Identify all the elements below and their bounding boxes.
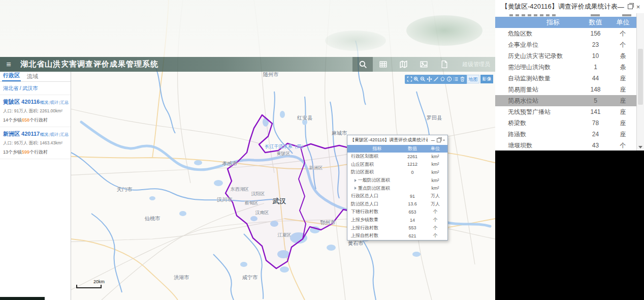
popup-title: 【黄陂区-420116】调查评价成果统计表 <box>350 137 428 143</box>
table-row[interactable]: 防治区总人口13.6万人 <box>347 200 447 208</box>
map-toolbar <box>405 75 467 84</box>
table-row[interactable]: 防治区面积0km² <box>347 168 447 176</box>
legend-icon[interactable] <box>453 75 459 84</box>
current-user[interactable]: 超级管理员 <box>462 61 490 68</box>
row-unit: 个 <box>609 141 636 150</box>
table-row[interactable]: 企事业单位23个 <box>495 39 644 50</box>
stats-panel: 【黄陂区-420116】调查评价成果统计表 — × 指标 数值 单位 危险区数1… <box>495 0 644 151</box>
taskbar-sliver <box>0 297 45 300</box>
row-label: 下辖行政村数 <box>347 208 401 215</box>
trash-icon[interactable] <box>460 75 465 84</box>
search-icon[interactable] <box>352 57 373 72</box>
row-value: 141 <box>582 108 609 115</box>
row-label: 自动监测站数量 <box>495 74 582 83</box>
row-value: 621 <box>401 233 424 238</box>
region-link-汇总[interactable]: 汇总 <box>60 100 69 105</box>
scroll-down-icon[interactable] <box>637 143 644 151</box>
row-unit: 座 <box>609 130 636 139</box>
popup-col-unit: 单位 <box>424 145 446 152</box>
table-row[interactable]: 危险区数156个 <box>495 28 644 39</box>
zoom-in-icon[interactable] <box>413 75 419 84</box>
row-value: 5 <box>582 97 609 104</box>
row-value: 78 <box>582 119 609 127</box>
row-value: 91 <box>401 194 424 199</box>
table-row[interactable]: 上报自然村数621个 <box>347 232 447 240</box>
tab-行政区[interactable]: 行政区 <box>2 72 21 81</box>
expand-triangle-icon[interactable] <box>355 179 357 182</box>
region-name-link[interactable]: 新洲区 420117 <box>3 130 40 138</box>
table-row[interactable]: 自动监测站数量44座 <box>495 73 644 84</box>
region-link-统计[interactable]: 统计 <box>50 100 58 105</box>
row-value: 0 <box>401 170 424 175</box>
select-icon[interactable] <box>440 75 445 84</box>
map-scale-bar: 20km <box>76 285 102 288</box>
basemap-button-影像[interactable]: 影像 <box>480 75 493 83</box>
table-row[interactable]: 上报乡镇数量14个 <box>347 216 447 224</box>
map-popup-dialog: 【黄陂区-420116】调查评价成果统计表 — × 指标 数值 单位 行政区划面… <box>347 135 448 241</box>
region-villages: 14个乡镇658个行政村 <box>3 117 69 124</box>
region-link-统计[interactable]: 统计 <box>50 132 58 137</box>
table-row[interactable]: 山丘区面积1212km² <box>347 161 447 169</box>
table-row[interactable]: 塘堰坝数43个 <box>495 140 644 151</box>
row-unit: 个 <box>424 225 446 231</box>
table-row[interactable]: 重点防治区面积km² <box>347 184 447 192</box>
scrollbar[interactable] <box>637 13 644 151</box>
region-link-概况[interactable]: 概况 <box>40 132 48 137</box>
link-separator: | <box>59 100 60 105</box>
restore-icon[interactable] <box>628 4 633 9</box>
table-icon[interactable] <box>373 57 393 72</box>
pan-icon[interactable] <box>427 75 432 84</box>
document-icon[interactable] <box>434 57 454 72</box>
table-row[interactable]: 需治理山洪沟数1条 <box>495 62 644 73</box>
basemap-button-地图[interactable]: 地图 <box>467 75 479 83</box>
table-row[interactable]: 上报行政村数553个 <box>347 224 447 232</box>
row-value: 1212 <box>401 162 424 167</box>
expand-triangle-icon[interactable] <box>355 187 357 190</box>
minimize-icon[interactable]: — <box>431 138 435 142</box>
row-value: 148 <box>582 86 609 93</box>
row-label: 桥梁数 <box>495 119 582 128</box>
stats-panel-titlebar[interactable]: 【黄陂区-420116】调查评价成果统计表 — × <box>495 0 644 13</box>
close-icon[interactable]: × <box>636 3 640 11</box>
row-value: 43 <box>582 142 609 149</box>
identify-icon[interactable] <box>446 75 452 84</box>
row-value: 553 <box>401 225 424 230</box>
table-row[interactable]: 无线预警广播站141座 <box>495 106 644 117</box>
row-unit: 座 <box>609 85 636 94</box>
measure-icon[interactable] <box>433 75 439 84</box>
table-row[interactable]: 路涵数24座 <box>495 129 644 140</box>
row-value: 14 <box>401 218 424 223</box>
map-icon[interactable] <box>393 57 413 72</box>
table-row[interactable]: 简易水位站5座 <box>495 95 644 106</box>
restore-icon[interactable] <box>437 138 441 142</box>
clipped-row <box>495 13 644 17</box>
region-name-link[interactable]: 黄陂区 420116 <box>3 98 40 106</box>
table-row[interactable]: 历史山洪灾害记录数10条 <box>495 50 644 62</box>
minimize-icon[interactable]: — <box>618 3 624 11</box>
table-row[interactable]: 行政区总人口91万人 <box>347 192 447 200</box>
table-row[interactable]: 行政区划面积2261km² <box>347 153 447 161</box>
close-icon[interactable]: × <box>443 138 445 142</box>
extent-icon[interactable] <box>407 75 412 84</box>
table-row[interactable]: 桥梁数78座 <box>495 117 644 129</box>
region-link-汇总[interactable]: 汇总 <box>60 132 69 137</box>
scrollbar-thumb[interactable] <box>638 49 643 105</box>
tab-流域[interactable]: 流域 <box>26 73 39 81</box>
zoom-out-icon[interactable] <box>420 75 426 84</box>
hamburger-menu-icon[interactable]: ≡ <box>0 60 17 69</box>
region-head: 新洲区 420117概况|统计|汇总 <box>3 130 69 138</box>
table-row[interactable]: 简易雨量站148座 <box>495 84 644 95</box>
breadcrumb[interactable]: 湖北省 / 武汉市 <box>0 82 71 95</box>
region-entry: 黄陂区 420116概况|统计|汇总人口: 91万人 面积: 2261.00km… <box>0 95 71 127</box>
popup-col-label: 指标 <box>347 145 401 152</box>
row-label: 上报行政村数 <box>347 225 401 231</box>
popup-titlebar[interactable]: 【黄陂区-420116】调查评价成果统计表 — × <box>347 135 447 145</box>
row-label: 简易水位站 <box>495 97 582 105</box>
region-list: 黄陂区 420116概况|统计|汇总人口: 91万人 面积: 2261.00km… <box>0 95 71 159</box>
region-link-概况[interactable]: 概况 <box>40 100 48 105</box>
table-row[interactable]: 下辖行政村数653个 <box>347 208 447 216</box>
image-icon[interactable] <box>413 57 434 72</box>
table-row[interactable]: 一般防治区面积km² <box>347 176 447 185</box>
row-unit: 个 <box>609 41 636 49</box>
row-label: 防治区总人口 <box>347 201 401 207</box>
